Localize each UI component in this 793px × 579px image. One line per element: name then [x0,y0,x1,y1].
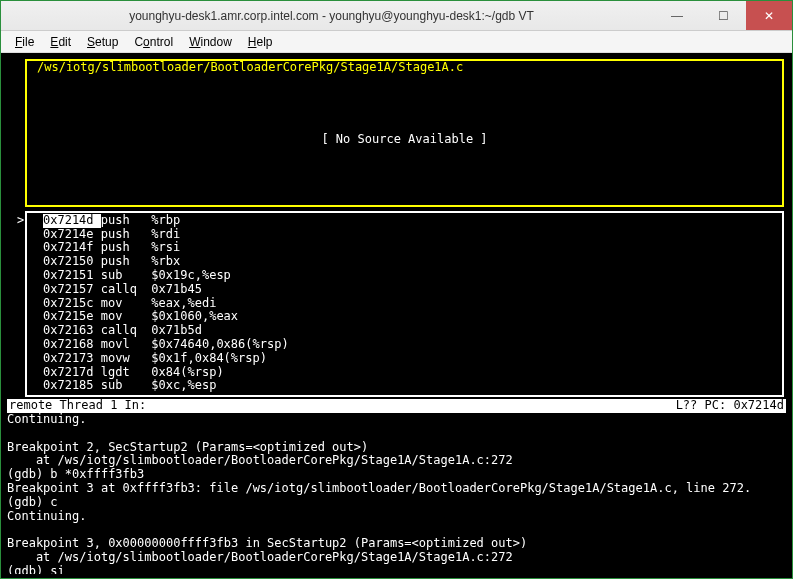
console-line: Continuing. [7,413,786,427]
asm-marker [17,352,29,366]
asm-address: 0x72185 [43,379,101,393]
asm-instruction: sub $0x19c,%esp [101,268,231,282]
asm-address: 0x7214e [43,228,101,242]
asm-marker [17,379,29,393]
asm-instruction: push %rbp [101,213,180,227]
asm-instruction: mov %eax,%edi [101,296,217,310]
asm-address: 0x72163 [43,324,101,338]
asm-row: 0x72157 callq 0x71b45 [31,283,778,297]
disassembly-pane: >0x7214d push %rbp 0x7214e push %rdi 0x7… [25,211,784,397]
status-line: remote Thread 1 In: L?? PC: 0x7214d [7,399,786,413]
asm-row: 0x72151 sub $0x19c,%esp [31,269,778,283]
asm-instruction: movw $0x1f,0x84(%rsp) [101,351,267,365]
asm-marker [17,324,29,338]
asm-marker [17,269,29,283]
menu-help[interactable]: Help [242,33,279,51]
menu-window[interactable]: Window [183,33,238,51]
source-path: /ws/iotg/slimbootloader/BootloaderCorePk… [33,61,467,75]
asm-instruction: callq 0x71b5d [101,323,202,337]
asm-address: 0x7215e [43,310,101,324]
menu-control[interactable]: Control [128,33,179,51]
console-line: (gdb) b *0xffff3fb3 [7,468,786,482]
asm-address: 0x72157 [43,283,101,297]
asm-row: 0x72185 sub $0xc,%esp [31,379,778,393]
console-line [7,427,786,441]
asm-address: 0x7215c [43,297,101,311]
asm-row: >0x7214d push %rbp [31,214,778,228]
asm-wrapper: >0x7214d push %rbp 0x7214e push %rdi 0x7… [7,207,786,397]
window-controls: — ☐ ✕ [654,1,792,30]
status-thread: remote Thread 1 In: [9,399,676,413]
console-line: Breakpoint 2, SecStartup2 (Params=<optim… [7,441,786,455]
titlebar[interactable]: younghyu-desk1.amr.corp.intel.com - youn… [1,1,792,31]
minimize-button[interactable]: — [654,1,700,30]
console-line [7,523,786,537]
menubar: File Edit Setup Control Window Help [1,31,792,53]
asm-instruction: lgdt 0x84(%rsp) [101,365,224,379]
console-line: (gdb) c [7,496,786,510]
asm-address: 0x7214d [43,214,101,228]
asm-row: 0x72168 movl $0x74640,0x86(%rsp) [31,338,778,352]
asm-address: 0x72150 [43,255,101,269]
console-line: at /ws/iotg/slimbootloader/BootloaderCor… [7,551,786,565]
asm-row: 0x7217d lgdt 0x84(%rsp) [31,366,778,380]
asm-address: 0x72173 [43,352,101,366]
asm-instruction: push %rbx [101,254,180,268]
terminal[interactable]: /ws/iotg/slimbootloader/BootloaderCorePk… [1,53,792,578]
asm-row: 0x72150 push %rbx [31,255,778,269]
app-window: younghyu-desk1.amr.corp.intel.com - youn… [0,0,793,579]
asm-row: 0x72173 movw $0x1f,0x84(%rsp) [31,352,778,366]
asm-address: 0x72168 [43,338,101,352]
console-line: at /ws/iotg/slimbootloader/BootloaderCor… [7,454,786,468]
asm-marker [17,255,29,269]
asm-row: 0x72163 callq 0x71b5d [31,324,778,338]
asm-marker [17,338,29,352]
asm-marker [17,283,29,297]
menu-edit[interactable]: Edit [44,33,77,51]
asm-instruction: callq 0x71b45 [101,282,202,296]
asm-instruction: push %rdi [101,227,180,241]
window-title: younghyu-desk1.amr.corp.intel.com - youn… [9,9,654,23]
asm-address: 0x7214f [43,241,101,255]
asm-row: 0x7214e push %rdi [31,228,778,242]
asm-instruction: mov $0x1060,%eax [101,309,238,323]
menu-setup[interactable]: Setup [81,33,124,51]
asm-instruction: sub $0xc,%esp [101,378,217,392]
asm-row: 0x7215e mov $0x1060,%eax [31,310,778,324]
asm-address: 0x7217d [43,366,101,380]
asm-row: 0x7214f push %rsi [31,241,778,255]
asm-instruction: push %rsi [101,240,180,254]
console-line: Breakpoint 3 at 0xffff3fb3: file /ws/iot… [7,482,786,496]
maximize-button[interactable]: ☐ [700,1,746,30]
asm-address: 0x72151 [43,269,101,283]
status-pc: L?? PC: 0x7214d [676,399,784,413]
console-line: Continuing. [7,510,786,524]
console-line: Breakpoint 3, 0x00000000ffff3fb3 in SecS… [7,537,786,551]
menu-file[interactable]: File [9,33,40,51]
gdb-console[interactable]: Continuing. Breakpoint 2, SecStartup2 (P… [7,413,786,574]
asm-row: 0x7215c mov %eax,%edi [31,297,778,311]
close-button[interactable]: ✕ [746,1,792,30]
console-line: (gdb) si [7,565,786,574]
source-message: [ No Source Available ] [27,75,782,205]
asm-instruction: movl $0x74640,0x86(%rsp) [101,337,289,351]
asm-marker: > [17,214,29,228]
source-pane: /ws/iotg/slimbootloader/BootloaderCorePk… [25,59,784,207]
